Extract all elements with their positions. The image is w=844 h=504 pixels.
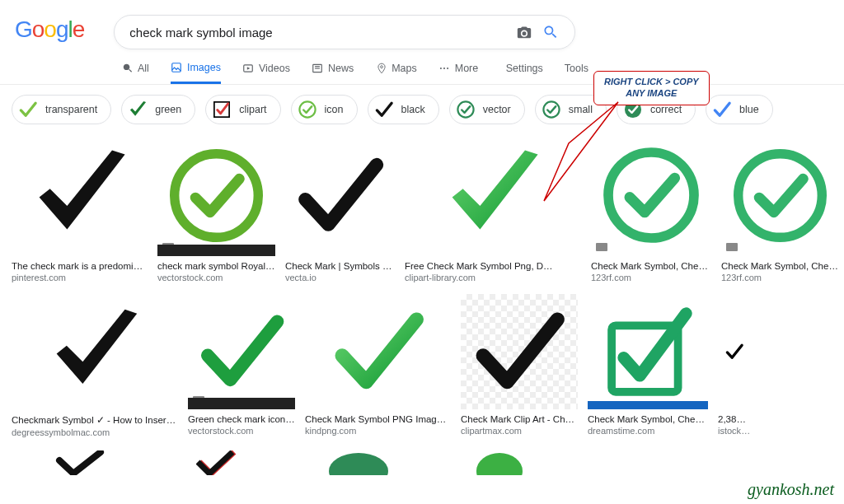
thumbnail[interactable] [157, 134, 275, 256]
tab-label: Videos [259, 63, 290, 74]
settings-link[interactable]: Settings [506, 63, 543, 74]
thumbnail[interactable] [305, 294, 451, 409]
checkmark-icon [373, 99, 395, 120]
search-bar[interactable] [114, 15, 575, 49]
news-icon [312, 63, 324, 75]
checkmark-icon [297, 99, 318, 120]
result-source: clipart-library.com [405, 273, 581, 282]
image-result[interactable]: Check Mark Clip Art - Check Mark Symbol … [461, 294, 578, 437]
result-title: check mark symbol Royalt… [157, 261, 275, 271]
svg-point-13 [175, 153, 259, 237]
chip-label: clipart [239, 104, 266, 115]
thumbnail[interactable] [12, 294, 178, 409]
result-source: kindpng.com [305, 426, 451, 436]
tab-news[interactable]: News [312, 63, 354, 83]
filter-chip-blue[interactable]: blue [706, 95, 773, 124]
image-icon [171, 61, 183, 73]
search-icon[interactable] [542, 23, 560, 41]
result-title: 2,380 Ch… [718, 414, 751, 424]
image-result[interactable]: Check Mark Symbol, Check … dreamstime.co… [588, 294, 708, 437]
chip-label: black [401, 104, 425, 115]
result-source: 123rf.com [591, 273, 711, 282]
chip-label: green [155, 104, 181, 115]
result-title: Check Mark | Symbols - O… [285, 261, 395, 271]
tab-images[interactable]: Images [171, 61, 221, 84]
chip-label: blue [739, 104, 759, 115]
result-source: clipartmax.com [461, 426, 578, 436]
svg-point-7 [447, 68, 448, 69]
annotation-callout: RIGHT CLICK > COPY ANY IMAGE [593, 71, 710, 105]
more-icon [438, 63, 451, 75]
result-source: vecta.io [285, 273, 395, 282]
image-result[interactable]: 2,380 Ch… istockph… [718, 294, 751, 437]
chip-label: icon [325, 104, 344, 115]
svg-point-15 [738, 153, 823, 237]
checkmark-icon [455, 99, 476, 120]
image-result[interactable]: The check mark is a predomin… pinterest.… [12, 134, 148, 282]
result-title: The check mark is a predomin… [12, 261, 148, 271]
thumbnail[interactable] [461, 294, 578, 409]
result-source: vectorstock.com [157, 273, 275, 282]
thumbnail[interactable] [285, 134, 395, 256]
search-small-icon [121, 63, 134, 75]
filter-chip-transparent[interactable]: transparent [12, 95, 111, 124]
chip-label: correct [650, 104, 682, 115]
svg-point-17 [329, 453, 388, 475]
filter-chip-black[interactable]: black [368, 95, 439, 124]
camera-icon[interactable] [515, 23, 533, 41]
image-result[interactable]: Check Mark Symbol, Check … 123rf.com [721, 134, 839, 282]
result-title: Check Mark Symbol, Check … [591, 261, 711, 271]
thumbnail[interactable] [588, 294, 708, 409]
image-result[interactable]: Check Mark Symbol PNG Images,… kindpng.c… [305, 294, 451, 437]
thumbnail[interactable] [721, 134, 839, 256]
google-logo[interactable]: Google [15, 15, 84, 43]
result-title: Check Mark Symbol, Check … [588, 414, 708, 424]
result-source: pinterest.com [12, 273, 148, 282]
thumbnail[interactable] [188, 294, 295, 409]
image-result[interactable]: check mark symbol Royalt… vectorstock.co… [157, 134, 275, 282]
image-result[interactable]: Green check mark icon tick… vectorstock.… [188, 294, 295, 437]
result-title: Check Mark Symbol PNG Images,… [305, 414, 451, 424]
tab-label: News [328, 63, 354, 74]
search-input[interactable] [129, 26, 507, 40]
tab-label: Images [187, 62, 221, 73]
result-source: 123rf.com [721, 273, 839, 282]
result-title: Free Check Mark Symbol Png, D… [405, 261, 581, 271]
image-result[interactable]: Checkmark Symbol ✓ - How to Insert in … … [12, 294, 178, 437]
filter-chip-vector[interactable]: vector [449, 95, 525, 124]
thumbnail[interactable] [718, 294, 751, 409]
result-title: Check Mark Symbol, Check … [721, 261, 839, 271]
stock-badge-icon [726, 243, 738, 251]
result-source: vectorstock.com [188, 426, 295, 436]
filter-chip-icon[interactable]: icon [291, 95, 358, 124]
checkmark-icon [17, 99, 39, 120]
tab-label: All [138, 63, 149, 74]
thumbnail[interactable] [12, 134, 148, 256]
tab-all[interactable]: All [121, 63, 149, 83]
filter-chip-green[interactable]: green [121, 95, 195, 124]
filter-chip-clipart[interactable]: clipart [205, 95, 280, 124]
checkmark-icon [711, 99, 733, 120]
play-icon [242, 63, 255, 75]
checkmark-icon [127, 99, 148, 120]
stock-badge-icon [596, 243, 607, 251]
pin-icon [375, 63, 387, 75]
tab-more[interactable]: More [438, 63, 478, 83]
checkmark-icon [211, 99, 232, 120]
tools-link[interactable]: Tools [565, 63, 588, 74]
result-title: Checkmark Symbol ✓ - How to Insert in … [12, 414, 178, 426]
result-source: dreamstime.com [588, 426, 708, 436]
tab-videos[interactable]: Videos [242, 63, 290, 83]
image-result[interactable]: Check Mark | Symbols - O… vecta.io [285, 134, 395, 282]
callout-arrow [536, 94, 626, 209]
watermark: gyankosh.net [748, 480, 834, 499]
result-source: degreessymbolmac.com [12, 427, 178, 437]
result-title: Check Mark Clip Art - Check Mark Symbol … [461, 414, 578, 424]
tab-maps[interactable]: Maps [375, 63, 417, 83]
callout-text: RIGHT CLICK > COPY [604, 77, 699, 88]
svg-point-10 [457, 101, 473, 117]
svg-rect-0 [172, 63, 181, 72]
svg-point-6 [443, 68, 445, 69]
tab-label: Maps [392, 63, 417, 74]
svg-point-9 [299, 101, 315, 117]
